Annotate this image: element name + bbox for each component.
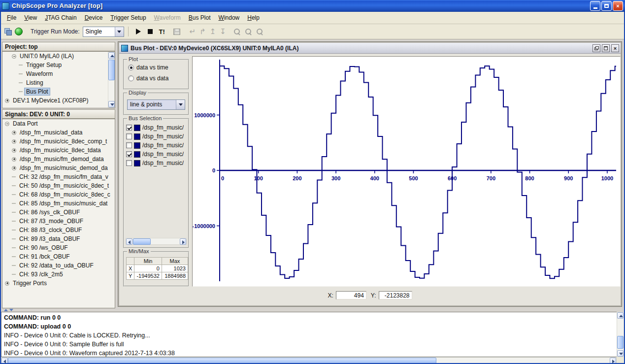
menu-help[interactable]: Help: [243, 12, 263, 23]
tree-collapsed-handle-icon[interactable]: [12, 131, 16, 135]
checkbox-icon[interactable]: [126, 142, 132, 148]
menu-jtag-chain[interactable]: JTAG Chain: [41, 12, 80, 23]
signals-tree-row[interactable]: CH: 91 /bck_OBUF: [2, 252, 115, 261]
checkbox-icon[interactable]: [126, 151, 132, 157]
tree-connector: [12, 230, 16, 231]
bus-selection-item[interactable]: /dsp_fm_music/f: [124, 150, 188, 159]
checkbox-icon[interactable]: [126, 125, 132, 131]
signals-tree-row[interactable]: /dsp_fm_music/cic_8dec_comp_t: [2, 137, 115, 146]
bus-selection-item[interactable]: /dsp_fm_music/c: [124, 141, 188, 150]
plot-option-data-vs-time[interactable]: data vs time: [128, 64, 188, 71]
scroll-right-button[interactable]: [180, 238, 186, 245]
radio-icon[interactable]: [128, 75, 134, 81]
splitter-collapse-up-icon[interactable]: [4, 309, 8, 311]
scroll-up-button[interactable]: [617, 312, 624, 319]
display-mode-select[interactable]: line & points: [127, 99, 185, 110]
signals-tree-row[interactable]: CH: 88 /l3_clock_OBUF: [2, 226, 115, 234]
menu-device[interactable]: Device: [81, 12, 107, 23]
stop-acquisition-button[interactable]: [144, 26, 156, 37]
scroll-up-button[interactable]: [108, 52, 115, 59]
signals-tree-row[interactable]: CH: 92 /data_to_uda_OBUF: [2, 261, 115, 270]
frame-close-button[interactable]: ×: [611, 44, 619, 52]
waveform-plot[interactable]: 0100200300400500600700800900100010000000…: [193, 57, 621, 286]
frame-minimize-button[interactable]: [592, 44, 600, 52]
menu-window[interactable]: Window: [215, 12, 244, 23]
window-titlebar[interactable]: ChipScope Pro Analyzer [top] ×: [0, 0, 625, 12]
scroll-left-button[interactable]: [126, 238, 132, 245]
scrollbar-thumb[interactable]: [617, 336, 624, 349]
scroll-down-button[interactable]: [617, 350, 624, 357]
project-tree-row[interactable]: Listing: [2, 78, 115, 87]
signals-tree-row[interactable]: CH: 85 /dsp_fm_music/music_dat: [2, 199, 115, 208]
bus-selection-item[interactable]: /dsp_fm_music/m: [124, 159, 188, 167]
project-tree[interactable]: UNIT:0 MyILA0 (ILA)Trigger SetupWaveform…: [2, 51, 115, 108]
signals-tree-row[interactable]: CH: 93 /clk_2m5: [2, 270, 115, 279]
project-tree-row[interactable]: Waveform: [2, 69, 115, 78]
run-trigger-button[interactable]: [132, 26, 144, 37]
bus-plot-chart[interactable]: 0100200300400500600700800900100010000000…: [192, 56, 621, 287]
signals-tree-row[interactable]: CH: 89 /l3_data_OBUF: [2, 234, 115, 243]
maximize-button[interactable]: [601, 1, 612, 11]
menu-bus-plot[interactable]: Bus Plot: [185, 12, 215, 23]
trigger-run-mode-select[interactable]: Single: [83, 27, 124, 37]
bus-selection-item[interactable]: /dsp_fm_music/a: [124, 123, 188, 132]
project-tree-row[interactable]: Trigger Setup: [2, 61, 115, 69]
bus-plot-titlebar[interactable]: Bus Plot - DEV:0 MyDevice0 (XC6SLX9) UNI…: [119, 43, 621, 54]
tree-collapsed-handle-icon[interactable]: [5, 281, 9, 286]
splitter-collapse-down-icon[interactable]: [9, 309, 13, 311]
project-tree-row[interactable]: Bus Plot: [2, 87, 115, 96]
menu-trigger-setup[interactable]: Trigger Setup: [106, 12, 150, 23]
project-tree-row[interactable]: DEV:1 MyDevice1 (XCF08P): [2, 96, 115, 105]
tree-expanded-handle-icon[interactable]: [5, 122, 9, 126]
radio-icon[interactable]: [128, 65, 134, 70]
zoom-in-icon: [234, 29, 240, 35]
menu-file[interactable]: File: [3, 12, 20, 23]
signals-tree-row[interactable]: /dsp_fm_music/ad_data: [2, 128, 115, 137]
minimize-icon: [593, 7, 597, 9]
signals-tree-row[interactable]: CH: 87 /l3_mode_OBUF: [2, 217, 115, 226]
signals-tree-row[interactable]: CH: 50 /dsp_fm_music/cic_8dec_t: [2, 181, 115, 190]
console-vscrollbar[interactable]: [617, 312, 624, 357]
signals-tree-row[interactable]: /dsp_fm_music/fm_demod_data: [2, 155, 115, 164]
console-splitter[interactable]: [1, 308, 624, 312]
project-tree-row[interactable]: UNIT:0 MyILA0 (ILA): [2, 52, 115, 61]
signals-tree-row[interactable]: Data Port: [2, 119, 115, 128]
tree-collapsed-handle-icon[interactable]: [12, 157, 16, 162]
signals-tree-label: CH: 91 /bck_OBUF: [18, 253, 71, 260]
cable-connected-icon[interactable]: [15, 28, 23, 35]
open-project-icon[interactable]: [4, 28, 12, 35]
scroll-down-button[interactable]: [108, 101, 115, 107]
tree-expanded-handle-icon[interactable]: [12, 54, 16, 59]
cursor-x-field[interactable]: 494: [336, 291, 366, 299]
chevron-down-icon[interactable]: [115, 27, 124, 36]
bus-selection-item[interactable]: /dsp_fm_music/c: [124, 132, 188, 141]
frame-maximize-button[interactable]: [602, 44, 610, 52]
project-tree-scrollbar[interactable]: [108, 52, 115, 108]
tree-collapsed-handle-icon[interactable]: [12, 139, 16, 144]
chevron-down-icon[interactable]: [176, 100, 185, 109]
signals-tree-row[interactable]: CH: 90 /ws_OBUF: [2, 243, 115, 252]
signals-tree-row[interactable]: CH: 32 /dsp_fm_music/fm_data_v: [2, 172, 115, 181]
signals-tree-row[interactable]: Trigger Ports: [2, 279, 115, 288]
checkbox-icon[interactable]: [126, 160, 132, 166]
bus-plot-window[interactable]: Bus Plot - DEV:0 MyDevice0 (XC6SLX9) UNI…: [118, 42, 622, 306]
bus-selection-hscrollbar[interactable]: [126, 238, 187, 245]
tree-collapsed-handle-icon[interactable]: [5, 99, 9, 103]
signals-tree-label: CH: 90 /ws_OBUF: [18, 244, 69, 251]
signals-tree-row[interactable]: /dsp_fm_music/cic_8dec_tdata: [2, 146, 115, 155]
plot-option-data-vs-data[interactable]: data vs data: [128, 75, 188, 82]
checkbox-icon[interactable]: [126, 133, 132, 139]
close-button[interactable]: ×: [613, 1, 623, 11]
signals-tree[interactable]: Data Port/dsp_fm_music/ad_data/dsp_fm_mu…: [2, 119, 115, 308]
scrollbar-thumb[interactable]: [108, 60, 115, 80]
minimize-button[interactable]: [590, 1, 600, 11]
tree-collapsed-handle-icon[interactable]: [12, 148, 16, 153]
signals-tree-row[interactable]: CH: 68 /dsp_fm_music/cic_8dec_c: [2, 190, 115, 199]
tree-collapsed-handle-icon[interactable]: [12, 166, 16, 170]
signals-tree-row[interactable]: CH: 86 /sys_clk_OBUF: [2, 208, 115, 217]
menu-view[interactable]: View: [20, 12, 41, 23]
cursor-y-field[interactable]: -2123828: [379, 291, 412, 299]
trigger-immediate-button[interactable]: T!: [156, 26, 168, 37]
scrollbar-thumb[interactable]: [133, 238, 151, 245]
signals-tree-row[interactable]: /dsp_fm_music/music_demod_da: [2, 164, 115, 172]
